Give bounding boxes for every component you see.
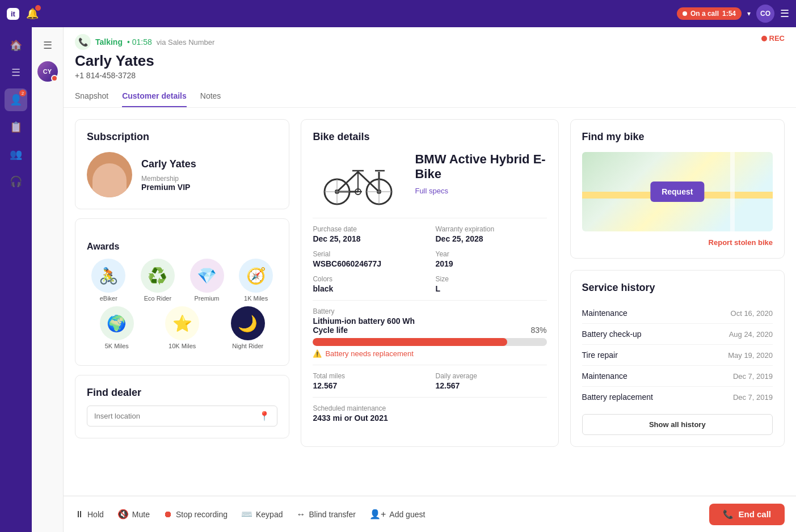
bike-image — [313, 152, 403, 209]
profile-photo — [87, 152, 132, 197]
blind-transfer-label: Blind transfer — [309, 510, 355, 519]
total-miles-label: Total miles — [313, 372, 424, 380]
cycle-life-label: Cycle life — [313, 326, 347, 335]
on-call-badge[interactable]: On a call 1:54 — [677, 7, 742, 20]
end-call-button[interactable]: 📞 End call — [709, 504, 785, 525]
award-1k-miles: 🧭 1K Miles — [234, 259, 278, 302]
cy-avatar[interactable]: CY — [37, 61, 58, 82]
add-guest-action[interactable]: 👤+ Add guest — [369, 509, 425, 520]
serial-value: WSBC606024677J — [313, 259, 424, 268]
warranty-item: Warranty expiration Dec 25, 2028 — [436, 225, 547, 243]
tab-customer-details[interactable]: Customer details — [122, 87, 187, 107]
user-avatar[interactable]: CO — [756, 5, 774, 23]
report-stolen-link[interactable]: Report stolen bike — [582, 238, 773, 247]
map-area: Request — [582, 152, 773, 231]
service-history-card: Service history Maintenance Oct 16, 2020… — [570, 270, 785, 447]
bike-details-grid: Purchase date Dec 25, 2018 Warranty expi… — [313, 218, 546, 293]
size-label: Size — [436, 275, 547, 283]
keypad-label: Keypad — [256, 510, 283, 519]
hold-action[interactable]: ⏸ Hold — [75, 509, 104, 520]
colors-value: black — [313, 284, 424, 293]
award-ebiker: 🚴 eBiker — [87, 259, 130, 302]
total-miles-item: Total miles 12.567 — [313, 372, 424, 390]
hold-label: Hold — [87, 510, 104, 519]
sidebar-item-tasks[interactable]: 📋 — [5, 116, 27, 138]
battery-value: Lithium-ion battery 600 Wh — [313, 316, 546, 326]
year-item: Year 2019 — [436, 250, 547, 268]
service-item-0: Maintenance Oct 16, 2020 — [582, 303, 773, 324]
sidebar-item-people[interactable]: 👥 — [5, 143, 27, 166]
night-rider-label: Night Rider — [232, 343, 263, 349]
bike-details-card: Bike details — [301, 119, 558, 447]
sidebar-item-contacts[interactable]: 👤 2 — [5, 88, 27, 111]
main-content: 📞 Talking • 01:58 via Sales Number REC C… — [64, 27, 796, 496]
colors-item: Colors black — [313, 275, 424, 293]
keypad-action[interactable]: ⌨️ Keypad — [241, 509, 283, 520]
service-item-3: Maintenance Dec 7, 2019 — [582, 366, 773, 387]
5k-miles-icon: 🌍 — [100, 306, 134, 340]
full-specs-link[interactable]: Full specs — [415, 187, 546, 195]
service-date-4: Dec 7, 2019 — [733, 393, 773, 402]
award-5k-miles: 🌍 5K Miles — [87, 306, 146, 349]
location-pin-icon: 📍 — [259, 411, 270, 421]
scheduled-maintenance-section: Scheduled maintenance 2433 mi or Out 202… — [313, 397, 546, 423]
call-duration: • 01:58 — [127, 37, 152, 47]
purchase-date-label: Purchase date — [313, 225, 424, 233]
battery-section: Battery Lithium-ion battery 600 Wh Cycle… — [313, 300, 546, 358]
service-name-2: Tire repair — [582, 351, 618, 360]
stop-recording-action[interactable]: ⏺ Stop recording — [163, 509, 228, 520]
cards-area: Subscription Carly Yates Membership Prem… — [64, 108, 796, 458]
top-nav-right: On a call 1:54 ▾ CO ☰ — [677, 5, 789, 23]
hamburger-menu-icon[interactable]: ☰ — [780, 7, 789, 20]
rec-label: REC — [769, 34, 785, 43]
purchase-date-value: Dec 25, 2018 — [313, 234, 424, 243]
blind-transfer-action[interactable]: ↔ Blind transfer — [296, 509, 355, 520]
second-sidebar-expand[interactable]: ☰ — [36, 34, 59, 57]
cycle-progress-fill — [313, 338, 507, 346]
sidebar-item-home[interactable]: 🏠 — [5, 34, 27, 57]
end-call-label: End call — [738, 509, 771, 519]
award-premium: 💎 Premium — [185, 259, 229, 302]
bike-svg — [315, 155, 401, 206]
ebiker-icon: 🚴 — [91, 259, 125, 293]
svg-line-5 — [358, 172, 379, 192]
keypad-icon: ⌨️ — [241, 509, 252, 520]
svg-line-4 — [337, 172, 358, 192]
battery-warning: ⚠️ Battery needs replacement — [313, 349, 546, 358]
warranty-label: Warranty expiration — [436, 225, 547, 233]
tab-notes[interactable]: Notes — [200, 87, 221, 107]
request-button[interactable]: Request — [650, 181, 704, 202]
profile-name: Carly Yates — [141, 158, 196, 170]
chevron-down-icon[interactable]: ▾ — [747, 10, 751, 18]
left-column: Subscription Carly Yates Membership Prem… — [75, 119, 289, 447]
daily-avg-value: 12.567 — [436, 381, 547, 390]
bottom-bar: ⏸ Hold 🔇 Mute ⏺ Stop recording ⌨️ Keypad… — [64, 496, 796, 532]
sidebar-item-menu[interactable]: ☰ — [5, 61, 27, 84]
profile-info: Carly Yates Membership Premium VIP — [141, 158, 196, 192]
service-item-4: Battery replacement Dec 7, 2019 — [582, 387, 773, 407]
size-value: L — [436, 284, 547, 293]
bike-stats-grid: Total miles 12.567 Daily average 12.567 — [313, 365, 546, 390]
sidebar-item-headset[interactable]: 🎧 — [5, 170, 27, 193]
app-logo[interactable]: it — [7, 8, 19, 20]
add-guest-label: Add guest — [389, 510, 425, 519]
mute-action[interactable]: 🔇 Mute — [117, 509, 150, 520]
location-input[interactable] — [94, 412, 254, 420]
premium-icon: 💎 — [190, 259, 224, 293]
award-night-rider: 🌙 Night Rider — [218, 306, 277, 349]
notification-badge — [35, 5, 41, 11]
awards-grid-2: 🌍 5K Miles ⭐ 10K Miles 🌙 Night Rider — [87, 306, 277, 349]
show-all-history-button[interactable]: Show all history — [582, 414, 773, 435]
notification-bell[interactable]: 🔔 — [26, 7, 39, 20]
on-call-dot — [683, 11, 687, 16]
tab-snapshot[interactable]: Snapshot — [75, 87, 108, 107]
rec-badge: REC — [761, 34, 785, 43]
bottom-actions: ⏸ Hold 🔇 Mute ⏺ Stop recording ⌨️ Keypad… — [75, 509, 425, 520]
service-name-3: Maintenance — [582, 371, 627, 381]
stop-recording-label: Stop recording — [176, 510, 228, 519]
service-date-0: Oct 16, 2020 — [731, 309, 773, 318]
location-input-wrap: 📍 — [87, 406, 277, 427]
stop-recording-icon: ⏺ — [163, 509, 172, 520]
cycle-life-pct: 83% — [531, 326, 547, 335]
eco-rider-label: Eco Rider — [144, 295, 171, 302]
